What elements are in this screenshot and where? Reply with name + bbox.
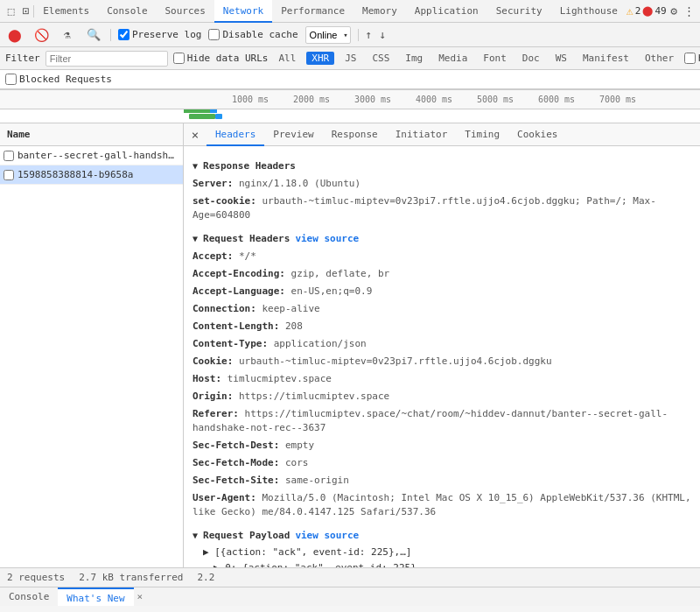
response-header-key-1: set-cookie:: [192, 195, 256, 207]
filter-tag-css[interactable]: CSS: [367, 52, 395, 65]
status-bar: 2 requests 2.7 kB transferred 2.2: [0, 567, 700, 587]
request-checkbox-0[interactable]: [4, 151, 14, 161]
timeline-gradient: [184, 109, 700, 113]
tab-headers[interactable]: Headers: [206, 123, 264, 146]
request-name-0: banter--secret-gall-handshake-n...: [18, 150, 179, 161]
more-icon[interactable]: ⋮: [682, 2, 696, 21]
preserve-log-checkbox[interactable]: [118, 29, 130, 40]
filter-icon[interactable]: ⚗: [58, 25, 77, 45]
tab-cookies[interactable]: Cookies: [508, 123, 566, 146]
tab-network[interactable]: Network: [214, 0, 272, 23]
network-toolbar: ⬤ 🚫 ⚗ 🔍 Preserve log Disable cache Onlin…: [0, 23, 700, 47]
blocked-cookies-label[interactable]: Has blocked cookies: [684, 53, 700, 64]
panel-tabs: × Headers Preview Response Initiator Tim…: [184, 123, 700, 146]
filter-tag-img[interactable]: Img: [400, 52, 428, 65]
bottom-tabs: Console What's New ×: [0, 587, 700, 606]
tick-1000: 1000 ms: [232, 95, 269, 104]
blocked-requests-row: Blocked Requests: [0, 70, 700, 89]
device-icon[interactable]: ⊡: [18, 2, 33, 21]
tab-lighthouse[interactable]: Lighthouse: [551, 0, 626, 23]
record-icon[interactable]: ⬤: [5, 25, 24, 45]
tab-initiator[interactable]: Initiator: [387, 123, 457, 146]
tab-application[interactable]: Application: [406, 0, 487, 23]
req-header-1: Accept-Encoding: gzip, deflate, br: [192, 265, 691, 283]
tab-sources[interactable]: Sources: [157, 0, 214, 23]
main-split: Name banter--secret-gall-handshake-n... …: [0, 123, 700, 567]
req-header-10: Sec-Fetch-Dest: empty: [192, 437, 691, 454]
disable-cache-label[interactable]: Disable cache: [208, 29, 298, 40]
throttle-wrapper: Online: [305, 26, 351, 44]
tab-elements[interactable]: Elements: [34, 0, 98, 23]
filter-tag-js[interactable]: JS: [340, 52, 361, 65]
response-header-1: set-cookie: urbauth-~timluc-miptev=0v23p…: [192, 193, 691, 224]
transferred-size: 2.7 kB transferred: [79, 572, 183, 583]
upload-icon[interactable]: ↑: [366, 28, 373, 41]
bottom-tab-console[interactable]: Console: [0, 587, 58, 607]
payload-item-0: ▶ [{action: "ack", event-id: 225},…]: [192, 545, 691, 560]
download-icon[interactable]: ↓: [379, 28, 386, 41]
filter-tag-doc[interactable]: Doc: [517, 52, 545, 65]
clear-icon[interactable]: 🚫: [32, 25, 51, 45]
close-panel-button[interactable]: ×: [187, 127, 203, 143]
throttle-select[interactable]: Online: [305, 26, 351, 44]
tab-console[interactable]: Console: [98, 0, 156, 23]
req-header-2: Accept-Language: en-US,en;q=0.9: [192, 283, 691, 300]
response-headers-title: ▼ Response Headers: [192, 160, 691, 172]
payload-view-source-link[interactable]: view source: [295, 530, 359, 541]
request-item-1[interactable]: 1598858388814-b9658a: [0, 165, 183, 185]
settings-icon[interactable]: ⚙: [667, 2, 682, 21]
response-header-key-0: Server:: [192, 178, 233, 189]
request-item-0[interactable]: banter--secret-gall-handshake-n...: [0, 146, 183, 165]
req-header-13: User-Agent: Mozilla/5.0 (Macintosh; Inte…: [192, 489, 691, 521]
request-bar-2: [215, 114, 222, 119]
preserve-log-label[interactable]: Preserve log: [118, 29, 201, 40]
filter-tag-manifest[interactable]: Manifest: [578, 52, 634, 65]
request-checkbox-1[interactable]: [4, 170, 14, 180]
devtools-tabs: ⬚ ⊡ Elements Console Sources Network Per…: [0, 0, 700, 23]
right-panel: × Headers Preview Response Initiator Tim…: [184, 123, 700, 567]
filter-tag-xhr[interactable]: XHR: [306, 52, 334, 65]
filter-label: Filter: [5, 53, 40, 64]
view-source-link[interactable]: view source: [295, 233, 359, 244]
req-header-4: Content-Length: 208: [192, 318, 691, 335]
bottom-tab-whatsnew[interactable]: What's New: [58, 587, 133, 607]
error-circle: ⬤: [642, 5, 653, 17]
name-column-header: Name: [0, 123, 183, 146]
headers-content: ▼ Response Headers Server: nginx/1.18.0 …: [184, 146, 700, 567]
filter-tag-ws[interactable]: WS: [550, 52, 572, 65]
bottom-tab-close[interactable]: ×: [134, 591, 147, 602]
divider: [110, 29, 111, 41]
tick-5000: 5000 ms: [477, 95, 514, 104]
tab-preview[interactable]: Preview: [264, 123, 322, 146]
tick-7000: 7000 ms: [599, 95, 636, 104]
hide-data-urls-label[interactable]: Hide data URLs: [173, 53, 269, 64]
payload-toggle[interactable]: ▼: [192, 531, 198, 540]
response-headers-toggle[interactable]: ▼: [192, 161, 198, 171]
filter-tag-media[interactable]: Media: [433, 52, 472, 65]
hide-data-urls-checkbox[interactable]: [173, 53, 185, 64]
tab-timing[interactable]: Timing: [456, 123, 508, 146]
req-header-8: Origin: https://timlucmiptev.space: [192, 388, 691, 405]
req-header-9: Referer: https://timlucmiptev.space/~cha…: [192, 405, 691, 437]
payload-item-1: ▶ 0: {action: "ack", event-id: 225}: [192, 560, 691, 567]
filter-input[interactable]: [46, 51, 168, 67]
blocked-cookies-checkbox[interactable]: [684, 53, 696, 64]
tab-memory[interactable]: Memory: [354, 0, 406, 23]
filter-tag-other[interactable]: Other: [640, 52, 679, 65]
blocked-requests-label[interactable]: Blocked Requests: [5, 74, 112, 85]
search-icon[interactable]: 🔍: [84, 25, 103, 45]
response-header-val-0: nginx/1.18.0 (Ubuntu): [239, 178, 360, 189]
req-header-11: Sec-Fetch-Mode: cors: [192, 454, 691, 472]
inspect-icon[interactable]: ⬚: [4, 2, 18, 21]
error-number: 2: [635, 5, 641, 17]
filter-tag-font[interactable]: Font: [478, 52, 512, 65]
tab-security[interactable]: Security: [487, 0, 551, 23]
filter-tag-all[interactable]: All: [273, 52, 301, 65]
left-panel: Name banter--secret-gall-handshake-n... …: [0, 123, 184, 567]
tab-response[interactable]: Response: [323, 123, 387, 146]
request-headers-toggle[interactable]: ▼: [192, 234, 198, 243]
blocked-requests-checkbox[interactable]: [5, 74, 17, 85]
disable-cache-checkbox[interactable]: [208, 29, 220, 40]
tab-performance[interactable]: Performance: [272, 0, 354, 23]
error-count-area: ⚠ 2 ⬤ 49: [626, 4, 667, 18]
